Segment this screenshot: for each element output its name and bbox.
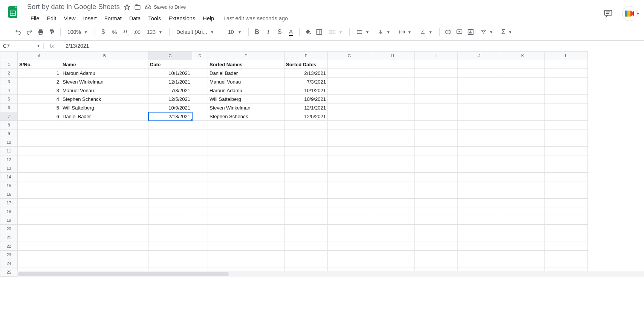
cell-B2[interactable]: Haroun Adamu [61, 69, 148, 78]
cell-E20[interactable] [208, 225, 285, 233]
cell-K20[interactable] [501, 225, 545, 233]
italic-icon[interactable]: I [263, 27, 274, 37]
cell-A10[interactable] [18, 138, 61, 147]
cell-E12[interactable] [208, 155, 285, 164]
cell-B1[interactable]: Name [61, 60, 148, 69]
cell-H6[interactable] [371, 103, 415, 112]
cell-L19[interactable] [545, 216, 588, 225]
cell-A7[interactable]: 6 [18, 112, 61, 121]
cell-D11[interactable] [192, 147, 208, 155]
cell-E23[interactable] [208, 251, 285, 259]
filter-icon[interactable]: ▼ [477, 29, 497, 35]
cell-D19[interactable] [192, 216, 208, 225]
cell-A24[interactable] [18, 259, 61, 268]
cell-D20[interactable] [192, 225, 208, 233]
cell-C13[interactable] [148, 164, 192, 173]
col-header-L[interactable]: L [545, 52, 588, 60]
cell-D10[interactable] [192, 138, 208, 147]
cell-H15[interactable] [371, 181, 415, 190]
cell-H13[interactable] [371, 164, 415, 173]
cell-H7[interactable] [371, 112, 415, 121]
cell-F13[interactable] [285, 164, 328, 173]
vertical-align-icon[interactable]: ▼ [374, 29, 394, 35]
cell-I1[interactable] [415, 60, 458, 69]
decrease-decimal-icon[interactable]: .0_ [121, 27, 131, 37]
cell-B11[interactable] [61, 147, 148, 155]
cell-I23[interactable] [415, 251, 458, 259]
text-wrap-icon[interactable]: ▼ [395, 29, 415, 35]
col-header-D[interactable]: D [192, 52, 208, 60]
cell-E5[interactable]: Will Sattelberg [208, 95, 285, 103]
text-color-icon[interactable]: A [286, 27, 296, 37]
cell-K13[interactable] [501, 164, 545, 173]
cell-J9[interactable] [458, 129, 501, 138]
cell-C12[interactable] [148, 155, 192, 164]
cell-H21[interactable] [371, 233, 415, 242]
col-header-C[interactable]: C [148, 52, 192, 60]
cell-K3[interactable] [501, 78, 545, 86]
merge-cells-icon[interactable]: ▼ [325, 29, 346, 35]
row-header-4[interactable]: 4 [0, 86, 18, 95]
col-header-G[interactable]: G [328, 52, 371, 60]
menu-tools[interactable]: Tools [145, 14, 164, 23]
cell-A23[interactable] [18, 251, 61, 259]
cell-L2[interactable] [545, 69, 588, 78]
cell-F10[interactable] [285, 138, 328, 147]
cell-A21[interactable] [18, 233, 61, 242]
cell-J16[interactable] [458, 190, 501, 199]
cell-G8[interactable] [328, 121, 371, 129]
functions-icon[interactable]: Σ▼ [497, 28, 516, 36]
cell-J4[interactable] [458, 86, 501, 95]
formula-input[interactable]: 2/13/2021 [60, 43, 89, 49]
cell-K14[interactable] [501, 173, 545, 181]
cell-K2[interactable] [501, 69, 545, 78]
cell-F12[interactable] [285, 155, 328, 164]
cell-G1[interactable] [328, 60, 371, 69]
cell-I14[interactable] [415, 173, 458, 181]
spreadsheet-grid[interactable]: ABCDEFGHIJKL1S/No.NameDateSorted NamesSo… [0, 51, 644, 277]
cell-H23[interactable] [371, 251, 415, 259]
cell-D22[interactable] [192, 242, 208, 251]
cell-B10[interactable] [61, 138, 148, 147]
cell-E9[interactable] [208, 129, 285, 138]
cell-D23[interactable] [192, 251, 208, 259]
cell-B23[interactable] [61, 251, 148, 259]
row-header-10[interactable]: 10 [0, 138, 18, 147]
cell-H8[interactable] [371, 121, 415, 129]
col-header-B[interactable]: B [61, 52, 148, 60]
row-header-20[interactable]: 20 [0, 225, 18, 233]
redo-icon[interactable] [24, 27, 35, 37]
font-size-select[interactable]: 10▼ [224, 29, 245, 35]
cell-B3[interactable]: Steven Winkelman [61, 78, 148, 86]
name-box[interactable]: C7 ▼ [0, 43, 44, 49]
col-header-I[interactable]: I [415, 52, 458, 60]
insert-link-icon[interactable] [443, 27, 453, 37]
cell-B14[interactable] [61, 173, 148, 181]
cell-D7[interactable] [192, 112, 208, 121]
cell-F22[interactable] [285, 242, 328, 251]
cell-D5[interactable] [192, 95, 208, 103]
cell-J6[interactable] [458, 103, 501, 112]
currency-icon[interactable]: $ [98, 27, 109, 37]
strikethrough-icon[interactable]: S [274, 27, 285, 37]
cell-L21[interactable] [545, 233, 588, 242]
row-header-22[interactable]: 22 [0, 242, 18, 251]
cell-I24[interactable] [415, 259, 458, 268]
cell-D18[interactable] [192, 207, 208, 216]
cell-I6[interactable] [415, 103, 458, 112]
cell-H1[interactable] [371, 60, 415, 69]
cell-H5[interactable] [371, 95, 415, 103]
comments-icon[interactable] [603, 9, 613, 18]
cell-B4[interactable]: Manuel Vonau [61, 86, 148, 95]
borders-icon[interactable] [314, 27, 324, 37]
cell-H2[interactable] [371, 69, 415, 78]
row-header-5[interactable]: 5 [0, 95, 18, 103]
cell-L22[interactable] [545, 242, 588, 251]
menu-file[interactable]: File [27, 14, 43, 23]
row-header-9[interactable]: 9 [0, 129, 18, 138]
cell-L12[interactable] [545, 155, 588, 164]
cell-A4[interactable]: 3 [18, 86, 61, 95]
cell-G7[interactable] [328, 112, 371, 121]
row-header-2[interactable]: 2 [0, 69, 18, 78]
cell-B18[interactable] [61, 207, 148, 216]
